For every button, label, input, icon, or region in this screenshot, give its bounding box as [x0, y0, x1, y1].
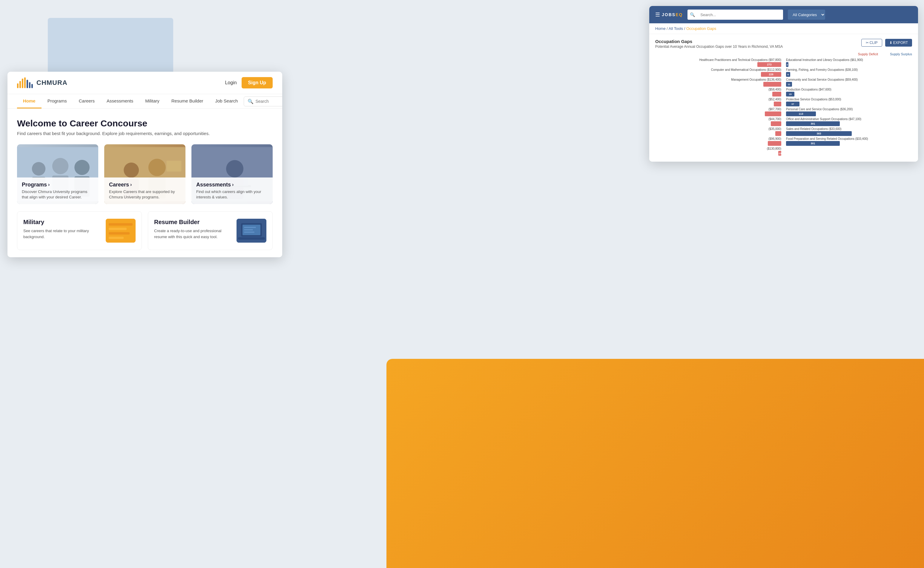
svg-rect-29	[244, 231, 255, 233]
resume-card-desc: Create a ready-to-use and professional r…	[154, 228, 232, 240]
jobs-text: JOBS	[662, 12, 675, 17]
eq-text: EQ	[675, 12, 683, 17]
svg-point-14	[226, 160, 243, 177]
chart-row: Management Occupations ($136,400)	[655, 78, 781, 87]
chart-row: Food Preparation and Serving Related Occ…	[786, 137, 912, 146]
svg-rect-28	[244, 229, 253, 230]
search-input-nav[interactable]	[255, 99, 282, 104]
welcome-subtitle: Find careers that best fit your backgrou…	[17, 131, 273, 136]
military-card-text: Military See careers that relate to your…	[23, 219, 101, 240]
svg-point-8	[124, 163, 139, 178]
chart-two-col: Healthcare Practitioners and Technical O…	[655, 58, 912, 157]
careers-card[interactable]: Careers › Explore Careers that are suppo…	[104, 144, 185, 204]
chart-row: Personal Care and Service Occupations ($…	[786, 107, 912, 116]
login-button[interactable]: Login	[225, 80, 237, 85]
svg-point-10	[148, 159, 166, 176]
jobseq-header: ☰ JOBSEQ 🔍 All Categories	[649, 6, 918, 23]
nav-item-assessments[interactable]: Assessments	[101, 94, 139, 109]
chart-row: Office and Administrative Support Occupa…	[786, 118, 912, 126]
svg-rect-12	[167, 161, 182, 172]
nav-item-job-search[interactable]: Job Search	[210, 94, 244, 109]
chart-row: ($58,400)	[655, 88, 781, 97]
breadcrumb-sep2: /	[684, 26, 686, 31]
jobseq-search-input[interactable]	[697, 9, 783, 20]
military-card-image	[106, 219, 136, 243]
bar6	[29, 82, 30, 88]
chart-row: ($130,800) -13	[655, 147, 781, 156]
svg-rect-26	[238, 237, 265, 240]
chmura-logo: CHMURA	[17, 77, 68, 88]
military-card-desc: See careers that relate to your military…	[23, 228, 101, 240]
signup-button[interactable]: Sign Up	[241, 77, 273, 88]
chart-row: ($87,700)	[655, 107, 781, 116]
chart-deficit-col: Healthcare Practitioners and Technical O…	[655, 58, 784, 157]
chart-row: Sales and Related Occupations ($33,600) …	[786, 127, 912, 136]
bar3	[22, 79, 23, 88]
military-card[interactable]: Military See careers that relate to your…	[17, 211, 142, 250]
programs-card[interactable]: Programs › Discover Chmura University pr…	[17, 144, 98, 204]
chmura-bars-icon	[17, 77, 33, 88]
nav-item-resume-builder[interactable]: Resume Builder	[166, 94, 210, 109]
bar4	[24, 77, 26, 88]
legend-surplus: Supply Surplus	[890, 52, 912, 56]
assessments-card-overlay: Assessments › Find out which careers ali…	[191, 177, 273, 204]
nav-item-military[interactable]: Military	[139, 94, 166, 109]
svg-rect-19	[109, 223, 133, 226]
export-button[interactable]: ⬇ EXPORT	[885, 39, 912, 47]
search-icon-nav: 🔍	[247, 98, 253, 104]
svg-point-5	[74, 160, 90, 175]
svg-point-3	[52, 158, 68, 174]
bar5	[27, 80, 28, 88]
career-nav: Home Programs Careers Assessments Milita…	[8, 94, 282, 109]
bar7	[32, 84, 33, 88]
chmura-logo-text: CHMURA	[36, 79, 68, 87]
bar2	[20, 81, 21, 88]
jobseq-category-select[interactable]: All Categories	[788, 9, 825, 20]
breadcrumb-all-tools[interactable]: All Tools	[669, 26, 683, 31]
jobseq-search-bar[interactable]: 🔍	[687, 9, 783, 20]
bottom-cards-row: Military See careers that relate to your…	[17, 211, 273, 250]
assessments-card[interactable]: Assessments › Find out which careers ali…	[191, 144, 273, 204]
chart-row: Community and Social Service Occupations…	[786, 78, 912, 87]
jobseq-content: Occupation Gaps Potential Average Annual…	[649, 34, 918, 162]
cards-row: Programs › Discover Chmura University pr…	[17, 144, 273, 204]
career-concourse-window: CHMURA Login Sign Up Home Programs Caree…	[8, 72, 282, 257]
nav-item-careers[interactable]: Careers	[73, 94, 101, 109]
jobseq-page-title-area: Occupation Gaps Potential Average Annual…	[655, 39, 783, 49]
programs-card-overlay: Programs › Discover Chmura University pr…	[17, 177, 98, 204]
nav-item-home[interactable]: Home	[17, 94, 42, 109]
chart-row: ($44,700)	[655, 118, 781, 126]
chart-row: Protective Service Occupations ($53,000)…	[786, 98, 912, 106]
career-auth: Login Sign Up	[225, 77, 273, 88]
chart-row: ($35,000)	[655, 127, 781, 136]
svg-rect-20	[109, 228, 127, 230]
nav-item-programs[interactable]: Programs	[42, 94, 73, 109]
assessments-card-desc: Find out which careers align with your i…	[196, 189, 268, 200]
chart-row: Computer and Mathematical Occupations ($…	[655, 68, 781, 77]
bar1	[17, 83, 18, 88]
career-main: Welcome to Career Concourse Find careers…	[8, 109, 282, 257]
svg-point-1	[32, 162, 45, 175]
resume-card-text: Resume Builder Create a ready-to-use and…	[154, 219, 232, 240]
careers-card-title: Careers ›	[109, 182, 181, 188]
jobseq-page-subtitle: Potential Average Annual Occupation Gaps…	[655, 45, 783, 49]
search-icon: 🔍	[687, 12, 697, 17]
svg-rect-21	[109, 232, 130, 234]
resume-builder-card[interactable]: Resume Builder Create a ready-to-use and…	[148, 211, 273, 250]
military-card-title: Military	[23, 219, 101, 226]
careers-card-overlay: Careers › Explore Careers that are suppo…	[104, 177, 185, 204]
career-nav-search: 🔍 All Campus Locations	[244, 97, 282, 106]
jobseq-breadcrumb: Home / All Tools / Occupation Gaps	[649, 23, 918, 34]
clip-button[interactable]: ✂ CLIP	[861, 39, 882, 47]
jobseq-title-row: Occupation Gaps Potential Average Annual…	[655, 39, 912, 49]
breadcrumb-home[interactable]: Home	[655, 26, 666, 31]
jobseq-actions: ✂ CLIP ⬇ EXPORT	[861, 39, 912, 47]
chart-row: Production Occupations ($47,600) 19	[786, 88, 912, 97]
search-box[interactable]: 🔍	[244, 97, 282, 106]
career-header: CHMURA Login Sign Up	[8, 72, 282, 94]
jobseq-logo-icon: ☰	[655, 11, 660, 18]
programs-card-desc: Discover Chmura University programs that…	[22, 189, 93, 200]
chart-area: Supply Deficit Supply Surplus Healthcare…	[655, 52, 912, 157]
svg-rect-22	[109, 237, 124, 239]
chart-row: Educational Instruction and Library Occu…	[786, 58, 912, 67]
